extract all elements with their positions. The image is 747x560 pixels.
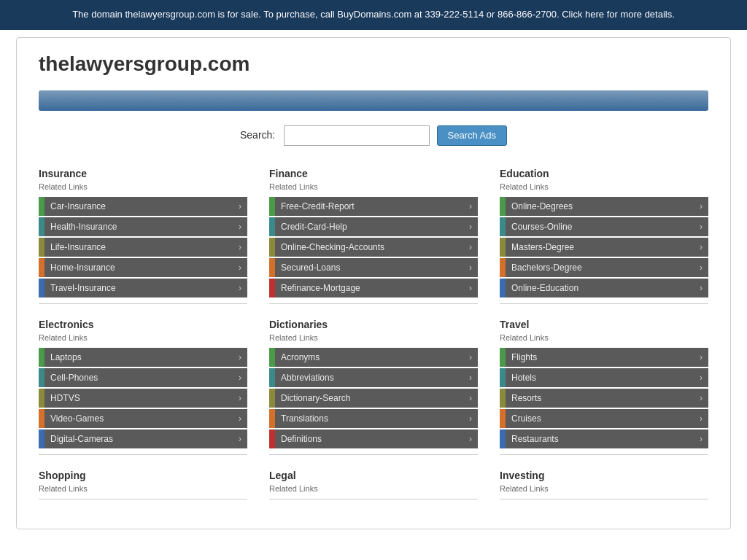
category-title-electronics: Electronics — [39, 319, 247, 330]
link-color-bar — [500, 279, 506, 298]
link-text: Cell-Phones — [44, 373, 239, 383]
link-list-electronics: Laptops›Cell-Phones›HDTVS›Video-Games›Di… — [39, 348, 247, 448]
link-text: HDTVS — [44, 393, 239, 403]
list-item[interactable]: Travel-Insurance› — [39, 279, 247, 298]
link-text: Digital-Cameras — [44, 434, 239, 444]
related-links-label-dictionaries: Related Links — [269, 333, 478, 342]
link-color-bar — [500, 238, 506, 257]
list-item[interactable]: Car-Insurance› — [39, 197, 247, 216]
related-links-label-investing: Related Links — [500, 484, 708, 493]
site-title: thelawyersgroup.com — [39, 52, 708, 76]
list-item[interactable]: Translations› — [269, 409, 478, 428]
list-item[interactable]: Online-Education› — [500, 279, 708, 298]
link-color-bar — [269, 368, 275, 387]
section-divider — [500, 303, 708, 304]
link-arrow-icon: › — [700, 373, 708, 383]
list-item[interactable]: Online-Degrees› — [500, 197, 708, 216]
link-list-travel: Flights›Hotels›Resorts›Cruises›Restauran… — [500, 348, 708, 448]
link-color-bar — [500, 217, 506, 236]
link-color-bar — [500, 197, 506, 216]
link-text: Online-Education — [506, 283, 700, 293]
link-color-bar — [269, 258, 275, 277]
search-input[interactable] — [284, 125, 430, 146]
list-item[interactable]: Cruises› — [500, 409, 708, 428]
section-divider — [39, 303, 247, 304]
link-text: Hotels — [506, 373, 700, 383]
list-item[interactable]: Life-Insurance› — [39, 238, 247, 257]
list-item[interactable]: Masters-Degree› — [500, 238, 708, 257]
list-item[interactable]: Laptops› — [39, 348, 247, 367]
list-item[interactable]: Free-Credit-Report› — [269, 197, 478, 216]
link-text: Travel-Insurance — [44, 283, 239, 293]
section-divider — [269, 454, 478, 455]
main-container: thelawyersgroup.com Search: Search Ads I… — [16, 37, 731, 529]
search-ads-button[interactable]: Search Ads — [437, 125, 508, 146]
category-section-finance: FinanceRelated LinksFree-Credit-Report›C… — [269, 168, 478, 304]
list-item[interactable]: Health-Insurance› — [39, 217, 247, 236]
link-color-bar — [269, 217, 275, 236]
link-color-bar — [39, 238, 44, 257]
list-item[interactable]: Dictionary-Search› — [269, 389, 478, 408]
link-arrow-icon: › — [239, 434, 247, 444]
link-text: Courses-Online — [506, 222, 700, 232]
link-color-bar — [269, 238, 275, 257]
list-item[interactable]: Bachelors-Degree› — [500, 258, 708, 277]
category-section-insurance: InsuranceRelated LinksCar-Insurance›Heal… — [39, 168, 247, 304]
link-text: Online-Degrees — [506, 201, 700, 211]
list-item[interactable]: Home-Insurance› — [39, 258, 247, 277]
link-text: Car-Insurance — [44, 201, 239, 211]
category-section-education: EducationRelated LinksOnline-Degrees›Cou… — [500, 168, 708, 304]
link-color-bar — [39, 409, 44, 428]
link-text: Flights — [506, 352, 700, 362]
list-item[interactable]: Credit-Card-Help› — [269, 217, 478, 236]
list-item[interactable]: Secured-Loans› — [269, 258, 478, 277]
link-text: Life-Insurance — [44, 242, 239, 252]
link-color-bar — [269, 279, 275, 298]
link-list-insurance: Car-Insurance›Health-Insurance›Life-Insu… — [39, 197, 247, 298]
category-title-finance: Finance — [269, 168, 478, 179]
category-section-dictionaries: DictionariesRelated LinksAcronyms›Abbrev… — [269, 319, 478, 455]
section-divider — [269, 303, 478, 304]
list-item[interactable]: Resorts› — [500, 389, 708, 408]
related-links-label-finance: Related Links — [269, 182, 478, 191]
list-item[interactable]: HDTVS› — [39, 389, 247, 408]
link-text: Cruises — [506, 413, 700, 424]
list-item[interactable]: Refinance-Mortgage› — [269, 279, 478, 298]
category-title-legal: Legal — [269, 470, 478, 481]
category-title-travel: Travel — [500, 319, 708, 330]
list-item[interactable]: Restaurants› — [500, 429, 708, 448]
link-text: Definitions — [275, 434, 469, 444]
list-item[interactable]: Video-Games› — [39, 409, 247, 428]
link-list-finance: Free-Credit-Report›Credit-Card-Help›Onli… — [269, 197, 478, 298]
link-color-bar — [39, 197, 44, 216]
category-title-dictionaries: Dictionaries — [269, 319, 478, 330]
related-links-label-insurance: Related Links — [39, 182, 247, 191]
related-links-label-legal: Related Links — [269, 484, 478, 493]
link-text: Bachelors-Degree — [506, 262, 700, 273]
list-item[interactable]: Hotels› — [500, 368, 708, 387]
link-color-bar — [500, 368, 506, 387]
link-arrow-icon: › — [700, 283, 708, 293]
link-arrow-icon: › — [239, 222, 247, 232]
list-item[interactable]: Flights› — [500, 348, 708, 367]
list-item[interactable]: Courses-Online› — [500, 217, 708, 236]
blue-bar — [39, 90, 708, 111]
link-text: Restaurants — [506, 434, 700, 444]
link-color-bar — [39, 429, 44, 448]
link-arrow-icon: › — [239, 283, 247, 293]
link-arrow-icon: › — [700, 434, 708, 444]
link-arrow-icon: › — [469, 352, 478, 362]
section-divider — [39, 499, 247, 499]
link-arrow-icon: › — [469, 373, 478, 383]
list-item[interactable]: Digital-Cameras› — [39, 429, 247, 448]
link-color-bar — [39, 389, 44, 408]
list-item[interactable]: Cell-Phones› — [39, 368, 247, 387]
link-arrow-icon: › — [469, 262, 478, 273]
link-color-bar — [500, 409, 506, 428]
link-text: Secured-Loans — [275, 262, 469, 273]
list-item[interactable]: Acronyms› — [269, 348, 478, 367]
list-item[interactable]: Definitions› — [269, 429, 478, 448]
list-item[interactable]: Online-Checking-Accounts› — [269, 238, 478, 257]
list-item[interactable]: Abbreviations› — [269, 368, 478, 387]
category-section-investing: InvestingRelated Links — [500, 470, 708, 499]
